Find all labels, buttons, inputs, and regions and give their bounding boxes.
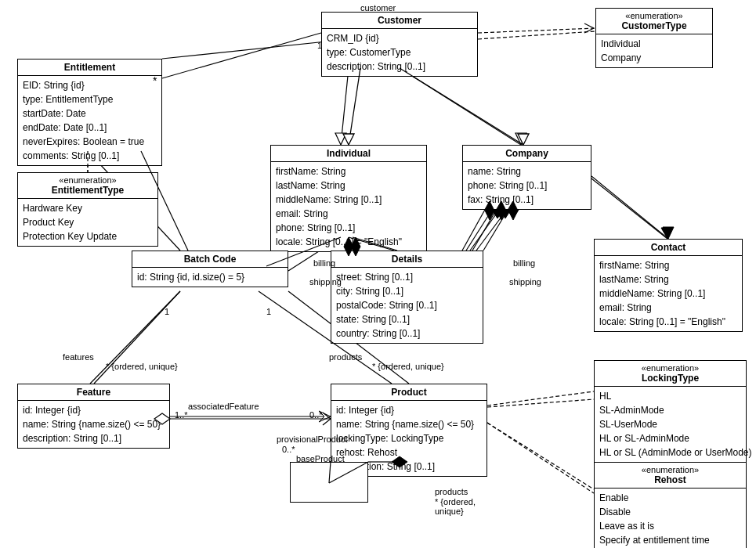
details-attr-1: city: String [0..1] <box>336 284 478 298</box>
entitlement-attr-5: comments: String [0..1] <box>23 149 157 163</box>
lockingtype-attr-4: HL or SL (AdminMode or UserMode) <box>599 445 741 460</box>
feature-box: Feature id: Integer {id} name: String {n… <box>17 384 170 449</box>
batchcode-title: Batch Code <box>132 251 288 268</box>
feature-attr-2: description: String [0..1] <box>23 431 165 445</box>
rehost-attr-2: Leave as it is <box>599 519 741 533</box>
individual-attr-4: phone: String [0..1] <box>276 221 421 235</box>
entitlement-attr-1: type: EntitlementType <box>23 92 157 106</box>
individual-attr-3: email: String <box>276 207 421 221</box>
products-label: products <box>329 352 362 362</box>
rehost-title-text: Rehost <box>654 474 686 485</box>
entitlementtype-title-text: EntitlementType <box>52 185 124 196</box>
company-attr-1: phone: String [0..1] <box>468 178 586 193</box>
baseprod-prods-label: products <box>435 487 468 496</box>
entitlement-box: Entitlement EID: String {id} type: Entit… <box>17 59 162 166</box>
rehost-box: «enumeration» Rehost Enable Disable Leav… <box>594 462 747 548</box>
svg-marker-33 <box>518 134 529 145</box>
assocfeat-mult-b: 0..* <box>309 410 323 420</box>
svg-line-36 <box>584 28 594 33</box>
svg-marker-4 <box>515 133 526 145</box>
entitlement-attr-0: EID: String {id} <box>23 78 157 92</box>
lockingtype-stereotype: «enumeration» <box>599 363 741 373</box>
entitlementtype-attr-2: Protection Key Update <box>23 229 153 243</box>
svg-line-32 <box>400 68 523 145</box>
baseprod-label: baseProduct <box>296 454 345 463</box>
details-body: street: String [0..1] city: String [0..1… <box>331 268 483 343</box>
feature-attr-1: name: String {name.size() <= 50} <box>23 417 165 431</box>
svg-line-62 <box>487 423 594 489</box>
product-attr-3: rehost: Rehost <box>336 445 482 460</box>
product-attr-0: id: Integer {id} <box>336 403 482 417</box>
feature-attr-0: id: Integer {id} <box>23 403 165 417</box>
entitlementtype-attr-0: Hardware Key <box>23 201 153 215</box>
customer-link-label: customer <box>360 3 396 13</box>
uml-diagram: Customer CRM_ID {id} type: CustomerType … <box>0 0 756 548</box>
entitlementtype-box: «enumeration» EntitlementType Hardware K… <box>17 172 158 247</box>
company-title-text: Company <box>505 148 548 159</box>
entitlement-star-label: * <box>153 74 157 87</box>
customertype-body: Individual Company <box>596 34 712 67</box>
lockingtype-title: «enumeration» LockingType <box>595 361 746 387</box>
rehost-body: Enable Disable Leave as it is Specify at… <box>595 489 746 548</box>
svg-line-51 <box>591 178 667 239</box>
customertype-box: «enumeration» CustomerType Individual Co… <box>595 8 713 68</box>
customertype-stereotype: «enumeration» <box>601 11 707 20</box>
individual-body: firstName: String lastName: String middl… <box>271 162 426 251</box>
svg-line-34 <box>478 28 595 33</box>
customer-attr-0: CRM_ID {id} <box>327 31 472 45</box>
shipping-a-label: shipping <box>309 277 342 287</box>
customer-attr-1: type: CustomerType <box>327 45 472 59</box>
lockingtype-attr-2: SL-UserMode <box>599 417 741 431</box>
product-attr-2: lockingType: LockingType <box>336 431 482 445</box>
lockingtype-attr-3: HL or SL-AdminMode <box>599 431 741 445</box>
lockingtype-attr-1: SL-AdminMode <box>599 403 741 417</box>
entitlement-attr-2: startDate: Date <box>23 106 157 121</box>
entitlement-attr-4: neverExpires: Boolean = true <box>23 135 157 149</box>
assocfeat-label: associatedFeature <box>188 402 259 411</box>
individual-attr-0: firstName: String <box>276 164 421 178</box>
individual-attr-5: locale: String [0..1] = "English" <box>276 235 421 249</box>
individual-attr-1: lastName: String <box>276 178 421 193</box>
svg-line-16 <box>591 176 668 239</box>
contact-title: Contact <box>595 240 742 256</box>
lockingtype-title-text: LockingType <box>642 373 699 384</box>
individual-box: Individual firstName: String lastName: S… <box>270 145 427 252</box>
svg-marker-2 <box>335 133 346 145</box>
company-body: name: String phone: String [0..1] fax: S… <box>463 162 591 209</box>
batchcode-title-text: Batch Code <box>184 254 237 265</box>
entitlement-body: EID: String {id} type: EntitlementType s… <box>18 76 161 165</box>
svg-line-3 <box>400 68 521 145</box>
svg-marker-52 <box>661 228 672 239</box>
baseprod-prods: * {ordered, unique} <box>435 497 476 516</box>
details-attr-4: country: String [0..1] <box>336 326 478 341</box>
svg-line-0 <box>478 31 595 39</box>
customer-one-label: 1 <box>317 41 322 50</box>
entitlementtype-title: «enumeration» EntitlementType <box>18 173 157 199</box>
customer-box: Customer CRM_ID {id} type: CustomerType … <box>321 12 478 77</box>
customer-attr-2: description: String [0..1] <box>327 59 472 74</box>
features-label: features <box>63 352 94 362</box>
company-box: Company name: String phone: String [0..1… <box>462 145 591 210</box>
batchcode-attr-0: id: String {id, id.size() = 5} <box>137 270 283 284</box>
baseproduct-box <box>290 462 368 503</box>
entitlement-attr-3: endDate: Date [0..1] <box>23 121 157 135</box>
feature-title-text: Feature <box>77 387 110 398</box>
billing-a-label: billing <box>313 258 335 268</box>
lockingtype-attr-0: HL <box>599 389 741 403</box>
billing-b-label: billing <box>513 258 535 268</box>
products-mult-label: * {ordered, unique} <box>372 362 444 371</box>
svg-line-28 <box>487 399 594 407</box>
contact-box: Contact firstName: String lastName: Stri… <box>594 239 743 332</box>
customer-body: CRM_ID {id} type: CustomerType descripti… <box>322 29 477 76</box>
rehost-attr-1: Disable <box>599 505 741 519</box>
customer-title: Customer <box>322 13 477 29</box>
feature-body: id: Integer {id} name: String {name.size… <box>18 401 169 448</box>
company-title: Company <box>463 146 591 162</box>
details-attr-0: street: String [0..1] <box>336 270 478 284</box>
company-attr-2: fax: String [0..1] <box>468 193 586 207</box>
details-attr-2: postalCode: String [0..1] <box>336 298 478 312</box>
feature-title: Feature <box>18 384 169 401</box>
individual-attr-2: middleName: String [0..1] <box>276 193 421 207</box>
individual-title: Individual <box>271 146 426 162</box>
svg-marker-17 <box>663 227 674 239</box>
